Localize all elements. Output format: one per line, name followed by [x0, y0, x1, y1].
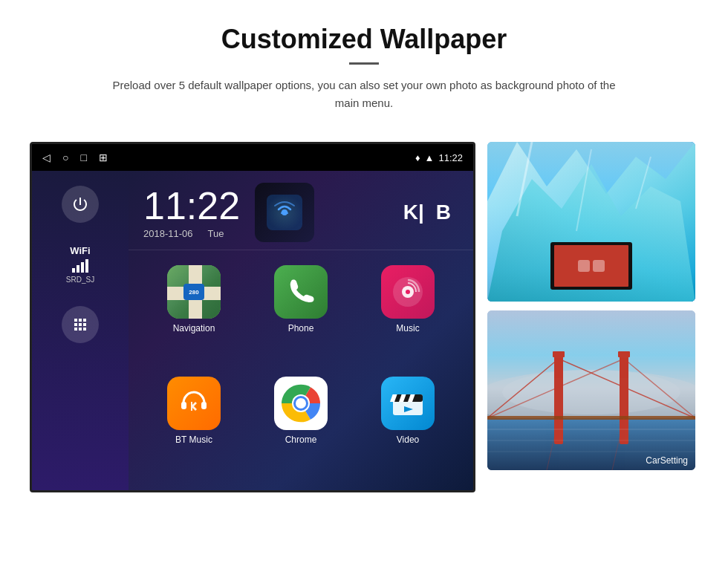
phone-svg — [286, 277, 316, 307]
svg-rect-5 — [181, 402, 186, 409]
wallpaper-thumb-1[interactable] — [487, 142, 695, 302]
page-header: Customized Wallpaper Preload over 5 defa… — [0, 0, 728, 127]
bt-music-svg — [178, 387, 210, 420]
app-video[interactable]: Video — [360, 377, 455, 476]
phone-icon — [274, 265, 328, 319]
app-phone[interactable]: Phone — [253, 265, 348, 365]
signal-icon: ▲ — [425, 152, 435, 163]
time-display: 11:22 2018-11-06 Tue — [143, 186, 240, 239]
wifi-bar-1 — [72, 268, 75, 273]
b-icon: B — [436, 201, 451, 224]
status-right: ♦ ▲ 11:22 — [415, 152, 463, 163]
screenshot-icon[interactable]: ⊞ — [99, 152, 108, 163]
screen-main: 11:22 2018-11-06 Tue — [129, 171, 473, 490]
header-icons: K| B — [403, 201, 458, 224]
video-icon — [381, 377, 435, 430]
wallpaper-thumb-2[interactable]: CarSetting — [487, 310, 695, 470]
phone-label: Phone — [288, 323, 314, 333]
back-icon[interactable]: ◁ — [42, 152, 51, 163]
date-display: 2018-11-06 Tue — [143, 228, 240, 239]
navigation-label: Navigation — [173, 323, 215, 333]
mini-icon-2 — [593, 260, 605, 272]
mini-screen-mockup — [550, 242, 632, 290]
svg-rect-6 — [201, 402, 207, 409]
nav-icons: ◁ ○ □ ⊞ — [42, 152, 108, 163]
wifi-signal-icon — [267, 195, 302, 230]
mini-icons — [578, 260, 605, 272]
video-svg — [390, 385, 426, 421]
status-bar: ◁ ○ □ ⊞ ♦ ▲ 11:22 — [32, 144, 473, 171]
svg-rect-34 — [487, 416, 695, 420]
wallpaper-panel: CarSetting — [487, 142, 695, 470]
wifi-info: WiFi SRD_SJ — [66, 245, 94, 284]
chrome-label: Chrome — [285, 435, 317, 445]
wifi-bars — [66, 259, 94, 273]
page-title: Customized Wallpaper — [59, 24, 669, 55]
music-svg — [391, 276, 424, 308]
chrome-svg — [280, 383, 322, 424]
svg-rect-35 — [553, 351, 565, 357]
app-navigation[interactable]: 280 Navigation — [146, 265, 241, 365]
page-description: Preload over 5 default wallpaper options… — [104, 77, 624, 112]
app-grid: 280 Navigation Phone — [129, 250, 473, 490]
bt-music-label: BT Music — [175, 435, 212, 445]
main-content: ◁ ○ □ ⊞ ♦ ▲ 11:22 — [0, 127, 728, 507]
apps-icon — [71, 316, 89, 333]
apps-button[interactable] — [62, 306, 99, 343]
ki-icon: K| — [403, 201, 424, 224]
wifi-bar-3 — [81, 262, 84, 273]
svg-rect-13 — [393, 394, 423, 402]
time-section: 11:22 2018-11-06 Tue — [129, 171, 473, 250]
bt-music-icon — [167, 377, 221, 430]
app-bt-music[interactable]: BT Music — [146, 377, 241, 476]
power-button[interactable] — [62, 186, 99, 223]
app-music[interactable]: Music — [360, 265, 455, 365]
clock-date: 2018-11-06 — [143, 228, 193, 239]
title-divider — [349, 62, 379, 65]
navigation-icon: 280 — [167, 265, 221, 319]
mini-screen-content — [554, 245, 628, 287]
music-label: Music — [396, 323, 419, 333]
chrome-icon — [274, 377, 328, 430]
sidebar: WiFi SRD_SJ — [32, 171, 129, 490]
screen-body: WiFi SRD_SJ — [32, 171, 473, 490]
mini-icon-1 — [578, 260, 590, 272]
carsetting-label: CarSetting — [646, 455, 688, 466]
map-shield: 280 — [183, 284, 204, 300]
power-icon — [71, 195, 89, 213]
svg-point-4 — [406, 290, 410, 294]
bridge-svg — [487, 310, 695, 470]
recents-icon[interactable]: □ — [80, 152, 86, 163]
clock-time: 11:22 — [143, 186, 240, 225]
clock-day: Tue — [208, 228, 224, 239]
location-icon: ♦ — [415, 152, 420, 163]
app-chrome[interactable]: Chrome — [253, 377, 348, 476]
wifi-label: WiFi — [66, 245, 94, 256]
video-label: Video — [397, 435, 419, 445]
wifi-bar-4 — [85, 259, 88, 273]
wifi-bar-2 — [77, 265, 79, 273]
android-screen: ◁ ○ □ ⊞ ♦ ▲ 11:22 — [30, 142, 475, 492]
home-icon[interactable]: ○ — [62, 152, 68, 163]
wifi-ssid: SRD_SJ — [66, 276, 94, 284]
svg-point-26 — [502, 370, 680, 414]
wifi-signal-box — [255, 183, 314, 242]
svg-point-11 — [296, 398, 306, 409]
svg-rect-36 — [618, 351, 630, 357]
status-time: 11:22 — [438, 152, 463, 163]
music-icon — [381, 265, 435, 319]
